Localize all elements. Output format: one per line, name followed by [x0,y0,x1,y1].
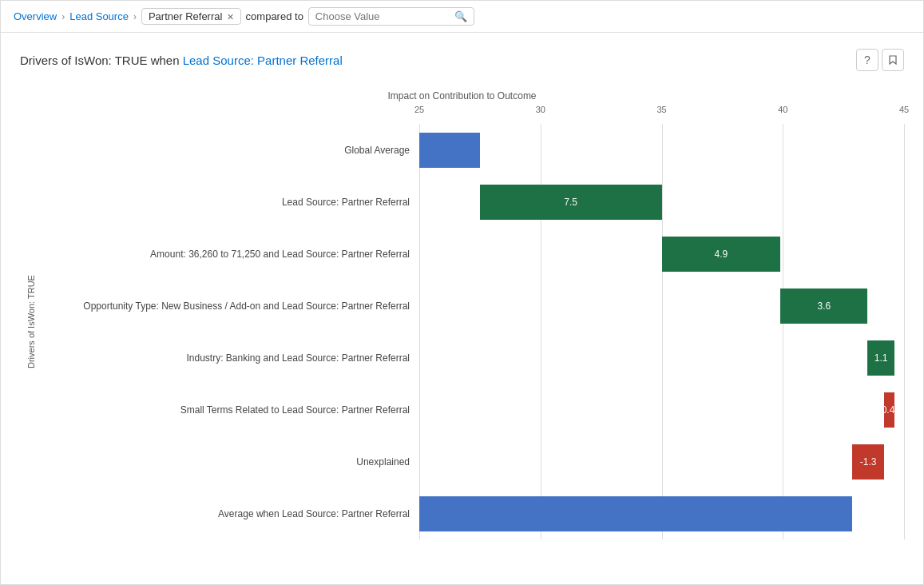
bars-container: Global AverageLead Source: Partner Refer… [36,124,904,539]
breadcrumb-sep-2: › [133,11,137,22]
page-header: Drivers of IsWon: TRUE when Lead Source:… [20,49,904,71]
breadcrumb-lead-source[interactable]: Lead Source [69,10,129,22]
bar-rect: 3.6 [780,289,867,324]
breadcrumb-sep-1: › [61,11,65,22]
bar-row: Small Terms Related to Lead Source: Part… [36,384,904,436]
bar-row: Average when Lead Source: Partner Referr… [36,488,904,539]
bar-label: Lead Source: Partner Referral [36,197,419,208]
bar-rect: 1.1 [867,340,894,376]
x-tick-25: 25 [414,105,424,114]
bar-rect [419,496,852,531]
bar-rect [419,133,480,168]
page-title: Drivers of IsWon: TRUE when Lead Source:… [20,54,343,67]
bar-rect: -1.3 [852,444,883,480]
bar-track: 4.9 [419,237,904,272]
main-content: Drivers of IsWon: TRUE when Lead Source:… [1,33,923,555]
page-title-link[interactable]: Lead Source: Partner Referral [183,54,343,67]
bar-label: Average when Lead Source: Partner Referr… [36,508,419,519]
bar-track: 7.5 [419,185,904,220]
bar-track [419,496,904,531]
bar-rect: -0.43 [884,392,894,428]
bar-label: Opportunity Type: New Business / Add-on … [36,300,419,312]
breadcrumb-chip: Partner Referral × [141,8,241,25]
bar-label: Small Terms Related to Lead Source: Part… [36,404,419,416]
chart-wrapper: Drivers of IsWon: TRUE 25 30 35 40 45 [20,105,904,539]
bar-track: 1.1 [419,340,904,376]
search-icon: 🔍 [454,10,467,22]
breadcrumb-bar: Overview › Lead Source › Partner Referra… [1,1,923,33]
page-title-static: Drivers of IsWon: TRUE when [20,54,183,67]
bar-row: Amount: 36,260 to 71,250 and Lead Source… [36,228,904,280]
bar-track: -1.3 [419,444,904,480]
x-tick-45: 45 [899,105,909,114]
bar-track [419,133,904,168]
bookmark-button[interactable] [882,49,904,71]
bar-row: Opportunity Type: New Business / Add-on … [36,280,904,332]
header-icons: ? [856,49,904,71]
bar-track: -0.43 [419,392,904,428]
bar-row: Global Average [36,124,904,176]
breadcrumb-overview[interactable]: Overview [14,10,57,22]
chart-inner: 25 30 35 40 45 [36,105,904,539]
y-axis-label: Drivers of IsWon: TRUE [20,105,36,539]
breadcrumb-filter-value: Partner Referral [149,10,222,22]
choose-value-field[interactable] [315,10,450,22]
bookmark-icon [887,54,898,66]
bar-label: Unexplained [36,456,419,468]
x-tick-30: 30 [536,105,545,114]
bar-rect: 7.5 [480,185,662,220]
bar-row: Lead Source: Partner Referral7.5 [36,176,904,228]
x-tick-40: 40 [778,105,787,114]
chart-x-axis-title: Impact on Contribution to Outcome [20,90,904,101]
bar-label: Industry: Banking and Lead Source: Partn… [36,352,419,364]
bar-label: Amount: 36,260 to 71,250 and Lead Source… [36,249,419,260]
bar-rect: 4.9 [662,237,781,272]
breadcrumb-close-button[interactable]: × [227,11,233,22]
x-tick-35: 35 [656,105,666,114]
compared-to-label: compared to [246,10,303,22]
help-button[interactable]: ? [856,49,878,71]
choose-value-input[interactable]: 🔍 [308,7,474,26]
bar-track: 3.6 [419,289,904,324]
bar-label: Global Average [36,145,419,156]
bar-row: Industry: Banking and Lead Source: Partn… [36,332,904,384]
chart-area: Impact on Contribution to Outcome Driver… [20,90,904,539]
main-container: Overview › Lead Source › Partner Referra… [0,0,924,585]
bar-row: Unexplained-1.3 [36,436,904,488]
bars-render-area: Global AverageLead Source: Partner Refer… [36,124,904,539]
